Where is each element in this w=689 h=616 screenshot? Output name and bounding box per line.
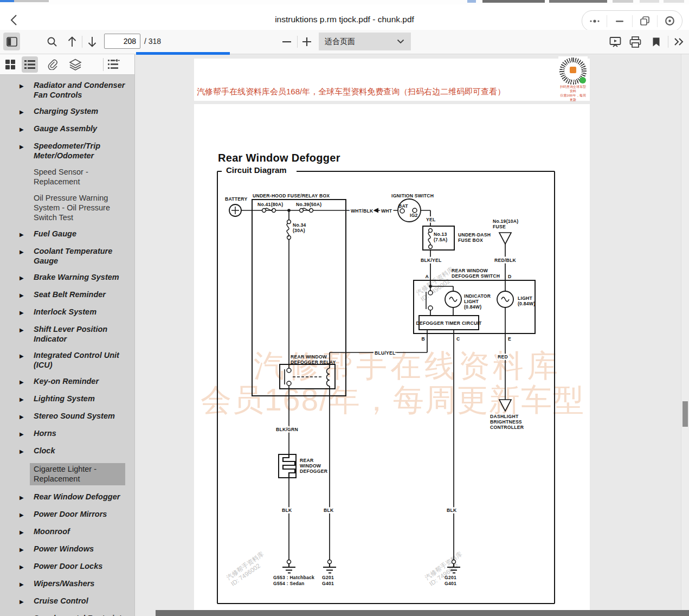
expand-arrow-icon[interactable]: ▶ — [20, 350, 34, 370]
sidebar-item-label: Oil Pressure Warning System - Oil Pressu… — [34, 193, 134, 222]
expand-arrow-icon[interactable]: ▶ — [20, 509, 34, 520]
expand-arrow-icon[interactable]: ▶ — [20, 246, 34, 266]
sidebar-item[interactable]: Oil Pressure Warning System - Oil Pressu… — [0, 193, 134, 222]
sidebar-item[interactable]: ▶Interlock System — [0, 307, 134, 318]
circuit-diagram: BATTERYUNDER-HOOD FUSE/RELAY BOXNo.41(80… — [194, 104, 590, 610]
layers-button[interactable] — [67, 56, 83, 73]
diagram-label: BRIGHTNESS — [490, 419, 522, 425]
sidebar-item-label: Coolant Temperature Gauge — [34, 246, 134, 266]
browser-chrome-fragment — [640, 0, 659, 3]
expand-arrow-icon[interactable]: ▶ — [20, 527, 34, 537]
sidebar-item[interactable]: ▶Cruise Control — [0, 596, 134, 607]
sidebar-item[interactable]: ▶Horns — [0, 428, 134, 439]
sidebar-item[interactable]: Cigarette Lighter - Replacement — [0, 463, 134, 485]
sidebar-item[interactable]: ▶Stereo Sound System — [0, 411, 134, 422]
separator — [297, 36, 298, 48]
expand-arrow-icon[interactable]: ▶ — [20, 579, 34, 589]
chevron-double-right-icon — [674, 37, 685, 46]
diagram-label: BLK/GRN — [276, 427, 298, 432]
expand-arrow-icon[interactable]: ▶ — [20, 106, 34, 117]
expand-arrow-icon[interactable]: ▶ — [20, 428, 34, 439]
zoom-in-button[interactable] — [300, 35, 314, 49]
expand-arrow-icon[interactable]: ▶ — [20, 272, 34, 283]
page-subtitle: Circuit Diagram — [226, 165, 287, 175]
sidebar-item[interactable]: ▶Wipers/Washers — [0, 579, 134, 589]
sidebar-item[interactable]: Speed Sensor - Replacement — [0, 167, 134, 187]
expand-arrow-icon[interactable]: ▶ — [20, 446, 34, 457]
sidebar-item[interactable]: ▶Brake Warning System — [0, 272, 134, 283]
diagram-label: CONTROLLER — [490, 425, 524, 430]
next-page-button[interactable] — [85, 35, 99, 49]
expand-arrow-icon[interactable]: ▶ — [20, 124, 34, 134]
sidebar-item[interactable]: ▶Supplemental Restraint System (SRS) — [0, 613, 134, 616]
sidebar-item-label: Moonroof — [34, 527, 70, 537]
expand-arrow-icon[interactable]: ▶ — [20, 141, 34, 161]
diagram-label: REAR — [300, 458, 314, 463]
sidebar-item[interactable]: ▶Shift Lever Position Indicator — [0, 324, 134, 344]
sidebar-item[interactable]: ▶Gauge Assembly — [0, 124, 134, 134]
diagram-label: No.39(50A) — [296, 202, 321, 207]
sidebar-item-label: Rear Window Defogger — [34, 492, 120, 503]
diagram-label: DEFOGGER TIMER CIRCUIT — [416, 320, 482, 326]
thumbnails-view-button[interactable] — [2, 56, 18, 73]
grid-icon — [5, 59, 16, 70]
sidebar-item[interactable]: ▶Power Door Mirrors — [0, 509, 134, 520]
more-tools-button[interactable] — [672, 35, 687, 49]
minimize-button[interactable] — [607, 15, 632, 27]
diagram-label: B — [422, 336, 425, 342]
expand-arrow-icon[interactable]: ▶ — [20, 492, 34, 503]
outline-view-button[interactable] — [22, 56, 38, 73]
browser-chrome-fragment — [613, 0, 633, 3]
target-button[interactable] — [657, 15, 682, 27]
search-button[interactable] — [45, 35, 59, 49]
more-options-button[interactable] — [582, 15, 607, 27]
expand-arrow-icon[interactable]: ▶ — [20, 561, 34, 572]
sidebar-item[interactable]: ▶Coolant Temperature Gauge — [0, 246, 134, 266]
page-number-input[interactable] — [104, 34, 140, 49]
sidebar-item[interactable]: ▶Lighting System — [0, 394, 134, 405]
diagram-label: LIGHT — [518, 296, 533, 301]
present-button[interactable] — [608, 35, 623, 49]
sidebar-item[interactable]: ▶Key-on Reminder — [0, 376, 134, 387]
scrollbar-thumb[interactable] — [682, 401, 688, 427]
expand-arrow-icon[interactable]: ▶ — [20, 80, 34, 100]
sidebar-item[interactable]: ▶Integrated Control Unit (ICU) — [0, 350, 134, 370]
back-button[interactable] — [8, 13, 22, 27]
sidebar-item[interactable]: ▶Rear Window Defogger — [0, 492, 134, 503]
zoom-mode-select[interactable]: 适合页面 — [319, 33, 411, 50]
expand-arrow-icon[interactable]: ▶ — [20, 613, 34, 616]
browser-chrome-fragment — [549, 0, 607, 3]
expand-arrow-icon[interactable]: ▶ — [20, 411, 34, 422]
sidebar-item[interactable]: ▶Clock — [0, 446, 134, 457]
sidebar-item[interactable]: ▶Fuel Gauge — [0, 229, 134, 240]
zoom-out-button[interactable] — [280, 35, 294, 49]
diagram-label: (0.84W) — [518, 301, 535, 306]
browser-chrome-fragment — [664, 0, 684, 3]
collapse-outline-button[interactable] — [106, 56, 122, 73]
expand-arrow-icon[interactable]: ▶ — [20, 394, 34, 405]
expand-arrow-icon[interactable]: ▶ — [20, 544, 34, 555]
pdf-toolbar: / 318 适合页面 — [0, 30, 689, 54]
expand-arrow-icon[interactable]: ▶ — [20, 290, 34, 300]
print-button[interactable] — [628, 35, 643, 49]
sidebar-item[interactable]: ▶Moonroof — [0, 527, 134, 537]
attachments-button[interactable] — [44, 56, 61, 73]
diagram-label: UNDER-HOOD FUSE/RELAY BOX — [253, 193, 330, 198]
expand-arrow-icon[interactable]: ▶ — [20, 596, 34, 607]
sidebar-item[interactable]: ▶Power Windows — [0, 544, 134, 555]
sidebar-item[interactable]: ▶Seat Belt Reminder — [0, 290, 134, 300]
expand-arrow-icon[interactable]: ▶ — [20, 324, 34, 344]
expand-arrow-icon[interactable]: ▶ — [20, 307, 34, 318]
bookmark-button[interactable] — [649, 35, 662, 49]
expand-arrow-icon[interactable]: ▶ — [20, 376, 34, 387]
sidebar-item[interactable]: ▶Radiator and Condenser Fan Controls — [0, 80, 134, 100]
previous-page-button[interactable] — [65, 35, 79, 49]
restore-button[interactable] — [632, 15, 657, 27]
toggle-sidebar-button[interactable] — [3, 33, 20, 50]
sidebar-item[interactable]: ▶Power Door Locks — [0, 561, 134, 572]
vertical-scrollbar[interactable] — [681, 54, 689, 616]
expand-arrow-icon[interactable]: ▶ — [20, 229, 34, 240]
sidebar-item[interactable]: ▶Speedometer/Trip Meter/Odometer — [0, 141, 134, 161]
separator — [82, 36, 82, 48]
sidebar-item[interactable]: ▶Charging System — [0, 106, 134, 117]
